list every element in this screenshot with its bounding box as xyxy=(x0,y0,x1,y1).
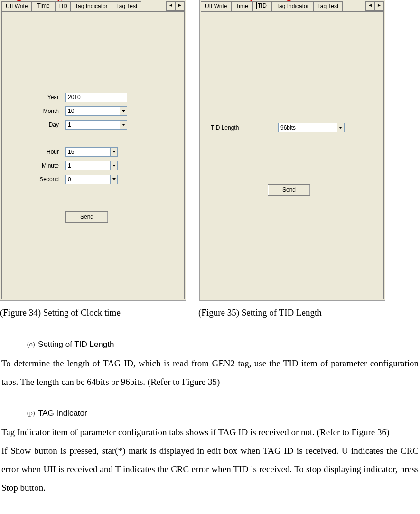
chevron-down-icon[interactable] xyxy=(110,148,117,156)
time-panel: Year Month Day Hour xyxy=(1,11,185,299)
second-select[interactable] xyxy=(65,175,118,184)
tab-strip: UII Write Time TID Tag Indicator Tag Tes… xyxy=(1,1,185,12)
svg-marker-5 xyxy=(339,127,342,129)
svg-marker-4 xyxy=(112,178,116,180)
section-title-p: TAG Indicator xyxy=(38,409,87,418)
tab-strip: UII Write Time TID Tag Indicator Tag Tes… xyxy=(201,1,384,12)
hour-label: Hour xyxy=(2,149,65,155)
hour-select-value[interactable] xyxy=(66,148,110,156)
tab-scroll-right-icon[interactable]: ► xyxy=(176,1,185,11)
tid-length-label: TID Length xyxy=(211,124,278,131)
minute-select-value[interactable] xyxy=(66,161,110,170)
month-select[interactable] xyxy=(65,106,127,116)
tid-length-select[interactable] xyxy=(278,123,345,132)
tid-panel: TID Length Send xyxy=(201,11,384,299)
svg-marker-1 xyxy=(122,124,125,126)
send-button[interactable]: Send xyxy=(65,211,108,223)
tab-tag-indicator[interactable]: Tag Indicator xyxy=(71,1,112,11)
minute-label: Minute xyxy=(2,162,65,169)
tid-settings-window: UII Write Time TID Tag Indicator Tag Tes… xyxy=(199,0,385,301)
figure-caption-34: (Figure 34) Setting of Clock time xyxy=(0,308,185,318)
tab-uii-write[interactable]: UII Write xyxy=(201,1,231,11)
tab-tid[interactable]: TID xyxy=(55,1,71,11)
tab-scroll-right-icon[interactable]: ► xyxy=(375,1,384,11)
minute-select[interactable] xyxy=(65,161,118,170)
section-title-o: Setting of TID Length xyxy=(38,340,114,349)
tab-tid[interactable]: TID xyxy=(252,1,272,11)
section-marker-o: (o) xyxy=(27,341,35,348)
document-body: (o) Setting of TID Length To determine t… xyxy=(0,335,420,507)
tab-tag-test[interactable]: Tag Test xyxy=(112,1,141,11)
day-select[interactable] xyxy=(65,120,127,130)
time-settings-window: UII Write Time TID Tag Indicator Tag Tes… xyxy=(0,0,186,301)
chevron-down-icon[interactable] xyxy=(110,161,117,170)
tab-time[interactable]: Time xyxy=(231,1,252,11)
day-label: Day xyxy=(2,121,65,128)
year-label: Year xyxy=(2,94,65,101)
tab-uii-write[interactable]: UII Write xyxy=(1,1,32,11)
second-select-value[interactable] xyxy=(66,175,110,184)
section-p-text-2: If Show button is pressed, star(*) mark … xyxy=(1,442,419,497)
tid-length-select-value[interactable] xyxy=(279,123,337,132)
tab-tag-test[interactable]: Tag Test xyxy=(313,1,343,11)
chevron-down-icon[interactable] xyxy=(120,107,127,115)
tab-time[interactable]: Time xyxy=(32,1,55,11)
month-select-value[interactable] xyxy=(66,107,120,115)
chevron-down-icon[interactable] xyxy=(337,123,344,132)
send-button[interactable]: Send xyxy=(268,184,310,196)
svg-marker-0 xyxy=(122,110,125,112)
second-label: Second xyxy=(2,176,65,183)
section-o-text: To determine the length of TAG ID, which… xyxy=(1,355,419,392)
svg-marker-3 xyxy=(112,165,116,167)
section-p-text-1: Tag Indicator item of parameter configur… xyxy=(1,423,419,442)
chevron-down-icon[interactable] xyxy=(120,121,127,129)
year-input[interactable] xyxy=(65,93,127,102)
month-label: Month xyxy=(2,108,65,114)
hour-select[interactable] xyxy=(65,147,118,157)
svg-marker-2 xyxy=(112,151,116,153)
figure-caption-35: (Figure 35) Setting of TID Length xyxy=(198,308,322,318)
section-marker-p: (p) xyxy=(27,410,35,417)
chevron-down-icon[interactable] xyxy=(110,175,117,184)
day-select-value[interactable] xyxy=(66,121,120,129)
tab-scroll-left-icon[interactable]: ◄ xyxy=(365,1,375,11)
tab-tag-indicator[interactable]: Tag Indicator xyxy=(272,1,313,11)
tab-scroll-left-icon[interactable]: ◄ xyxy=(166,1,176,11)
